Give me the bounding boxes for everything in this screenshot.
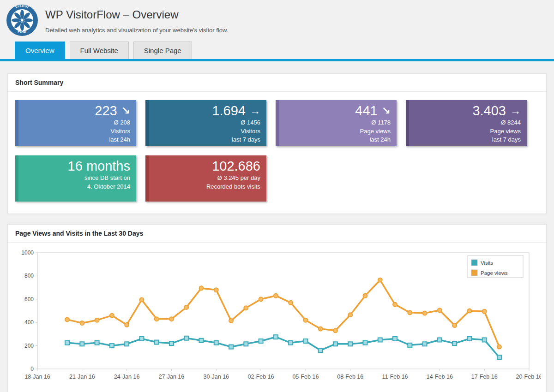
x-tick-label: 08-Feb 16 xyxy=(337,374,363,380)
card-label: Ø 3.245 per day xyxy=(151,174,260,182)
tab-bar: OverviewFull WebsiteSingle Page xyxy=(0,42,554,61)
x-tick-label: 05-Feb 16 xyxy=(292,374,319,380)
card-value: 3.403 xyxy=(472,103,506,119)
tab-overview[interactable]: Overview xyxy=(15,42,65,59)
y-tick-label: 200 xyxy=(24,343,34,349)
summary-cards: 223↘Ø 208Visitorslast 24h1.694→Ø 1456Vis… xyxy=(8,92,546,214)
trend-down-icon: ↘ xyxy=(121,105,130,117)
x-tick-label: 14-Feb 16 xyxy=(427,374,453,380)
tab-full-website[interactable]: Full Website xyxy=(70,42,129,59)
card-value: 223 xyxy=(95,103,117,119)
legend-swatch-page-views xyxy=(471,270,477,276)
x-tick-label: 18-Jan 16 xyxy=(24,374,50,380)
card-label: Ø 8244 xyxy=(412,119,521,127)
card-label: Ø 1178 xyxy=(282,119,391,127)
summary-card: 16 monthssince DB start on4. Oktober 201… xyxy=(15,155,136,202)
card-value: 16 months xyxy=(68,159,130,174)
card-value: 1.694 xyxy=(212,103,246,119)
y-tick-label: 600 xyxy=(24,296,34,303)
card-value: 102.686 xyxy=(212,159,260,174)
chart-area: 0200400600800100018-Jan 1621-Jan 1624-Ja… xyxy=(8,243,546,386)
tab-single-page[interactable]: Single Page xyxy=(133,42,192,59)
trend-down-icon: ↘ xyxy=(382,105,391,117)
x-tick-label: 20-Feb 16 xyxy=(516,374,541,380)
y-tick-label: 400 xyxy=(24,319,34,326)
card-label: since DB start on xyxy=(21,174,130,182)
legend-label: Page views xyxy=(481,270,508,276)
x-tick-label: 24-Jan 16 xyxy=(114,374,140,380)
x-tick-label: 30-Jan 16 xyxy=(203,374,229,380)
x-tick-label: 21-Jan 16 xyxy=(69,374,95,380)
y-tick-label: 1000 xyxy=(21,249,34,256)
logo-text-bottom: Flow xyxy=(18,30,27,35)
summary-card: 3.403→Ø 8244Page viewslast 7 days xyxy=(406,100,527,146)
summary-card: 1.694→Ø 1456Visitorslast 7 days xyxy=(145,100,266,146)
card-label: Ø 208 xyxy=(21,119,130,127)
summary-card: 102.686Ø 3.245 per dayRecorded bots visi… xyxy=(145,155,266,202)
card-label: Visitors xyxy=(151,127,260,136)
card-label: 4. Oktober 2014 xyxy=(21,183,130,191)
chart-panel-title: Page Views and Visits in the Last 30 Day… xyxy=(8,225,546,243)
legend-label: Visits xyxy=(481,260,494,266)
short-summary-panel: Short Summary 223↘Ø 208Visitorslast 24h1… xyxy=(7,73,547,214)
x-tick-label: 27-Jan 16 xyxy=(159,374,185,380)
chart-canvas: 0200400600800100018-Jan 1621-Jan 1624-Ja… xyxy=(14,249,541,386)
visitorflow-logo: Visitor Flow xyxy=(6,5,38,36)
x-tick-label: 11-Feb 16 xyxy=(382,374,408,380)
page-subtitle: Detailed web analytics and visualization… xyxy=(45,27,228,34)
card-label: Ø 1456 xyxy=(151,119,260,127)
card-label: last 24h xyxy=(21,136,130,144)
card-label: Page views xyxy=(412,127,521,136)
x-tick-label: 17-Feb 16 xyxy=(471,374,498,380)
short-summary-title: Short Summary xyxy=(8,74,546,92)
card-label: Visitors xyxy=(21,127,130,136)
card-label: last 7 days xyxy=(412,136,521,144)
trend-right-icon: → xyxy=(510,105,521,117)
chart-panel: Page Views and Visits in the Last 30 Day… xyxy=(7,224,547,392)
x-tick-label: 02-Feb 16 xyxy=(248,374,274,380)
legend-swatch-visits xyxy=(471,260,477,266)
card-label: Page views xyxy=(282,127,391,136)
svg-text:Flow: Flow xyxy=(18,30,27,35)
plot-border xyxy=(37,253,529,369)
trend-right-icon: → xyxy=(250,105,260,117)
chart-legend: VisitsPage views xyxy=(468,255,523,278)
summary-card: 223↘Ø 208Visitorslast 24h xyxy=(15,100,136,146)
page-header: Visitor Flow WP VisitorFlow – Overview D… xyxy=(0,0,554,38)
card-label: last 7 days xyxy=(151,136,260,144)
card-value: 441 xyxy=(355,103,377,119)
card-label: Recorded bots visits xyxy=(151,183,260,191)
summary-card: 441↘Ø 1178Page viewslast 24h xyxy=(276,100,397,146)
y-tick-label: 800 xyxy=(24,273,34,279)
y-tick-label: 0 xyxy=(30,366,34,372)
logo-fan-icon xyxy=(12,10,33,31)
card-label: last 24h xyxy=(282,136,391,144)
page-title: WP VisitorFlow – Overview xyxy=(45,5,228,21)
